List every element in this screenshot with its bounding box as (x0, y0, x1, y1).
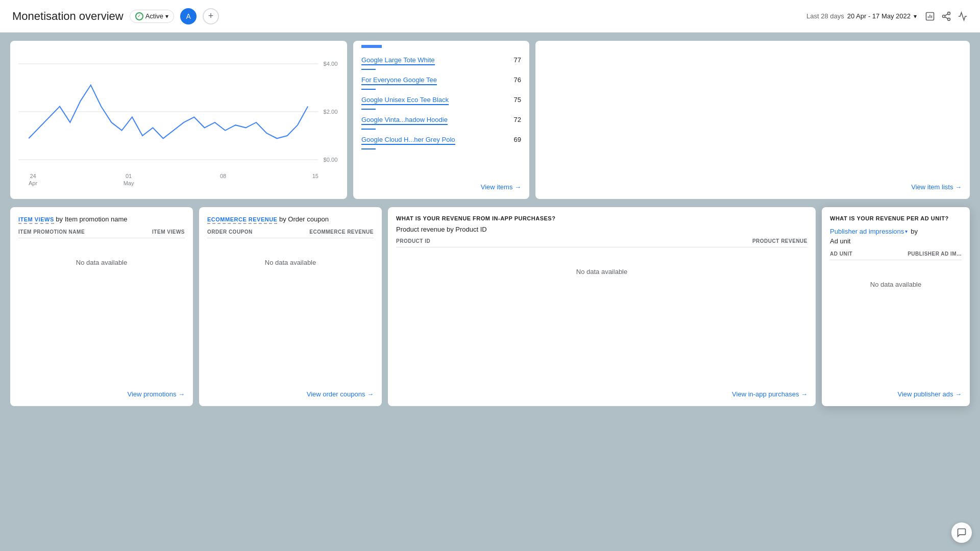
publisher-ads-panel: WHAT IS YOUR REVENUE PER AD UNIT? Publis… (822, 207, 970, 406)
feedback-button[interactable] (951, 522, 972, 543)
view-item-lists-link[interactable]: View item lists → (911, 183, 962, 191)
svg-text:$4.00: $4.00 (324, 61, 338, 67)
date-range[interactable]: Last 28 days 20 Apr - 17 May 2022 ▾ (806, 12, 917, 20)
view-items-link[interactable]: View items → (481, 183, 521, 191)
toolbar-icons (925, 11, 968, 21)
x-label-01may: 01May (124, 172, 134, 187)
col-header-promotion: ITEM PROMOTION NAME (18, 229, 85, 235)
chart-panel: $4.00 $2.00 $0.00 24Apr 01May 08 15 (10, 41, 347, 199)
top-items-panel: Google Large Tote White 77 For Everyone … (353, 41, 529, 199)
svg-point-4 (948, 12, 950, 14)
ecommerce-no-data: No data available (207, 259, 374, 266)
inapp-no-data: No data available (396, 268, 807, 276)
feedback-icon (957, 528, 967, 538)
chart-x-labels: 24Apr 01May 08 15 (18, 170, 339, 187)
share-icon[interactable] (941, 11, 951, 21)
item-value-2: 76 (506, 76, 521, 84)
line-chart: $4.00 $2.00 $0.00 (18, 53, 339, 170)
report-icon[interactable] (925, 11, 935, 21)
item-name-4: Google Vinta...hadow Hoodie (361, 116, 448, 123)
inapp-panel: WHAT IS YOUR REVENUE FROM IN-APP PURCHAS… (388, 207, 816, 406)
analytics-icon[interactable] (958, 11, 968, 21)
svg-text:$2.00: $2.00 (324, 109, 338, 115)
ecommerce-title: Ecommerce revenue by Order coupon (207, 215, 374, 223)
item-value-3: 75 (506, 96, 521, 104)
date-chevron-icon: ▾ (914, 13, 917, 20)
inapp-sub-title: Product revenue by Product ID (396, 226, 807, 233)
ecommerce-main-title[interactable]: Ecommerce revenue (207, 216, 277, 224)
ad-group-by: Ad unit (830, 237, 962, 245)
item-views-title: Item Views by Item promotion name (18, 215, 185, 223)
date-range-value: 20 Apr - 17 May 2022 (847, 12, 911, 20)
publisher-ads-no-data: No data available (830, 281, 962, 288)
col-header-ecommerce: ECOMMERCE REVENUE (309, 229, 374, 235)
ecommerce-col-headers: ORDER COUPON ECOMMERCE REVENUE (207, 229, 374, 238)
chevron-down-icon: ▾ (165, 13, 168, 20)
item-row-4: Google Vinta...hadow Hoodie 72 (361, 113, 521, 127)
items-table: Google Large Tote White 77 For Everyone … (361, 45, 521, 149)
item-views-main-title[interactable]: Item Views (18, 216, 54, 224)
item-views-no-data: No data available (18, 259, 185, 266)
metric-dropdown-arrow: ▾ (905, 229, 908, 234)
item-row-5: Google Cloud H...her Grey Polo 69 (361, 133, 521, 146)
top-bar-left: Monetisation overview Active ▾ A + (12, 8, 219, 24)
item-value-5: 69 (506, 136, 521, 143)
top-bar-right: Last 28 days 20 Apr - 17 May 2022 ▾ (806, 11, 968, 21)
svg-line-8 (945, 14, 948, 15)
chart-container: $4.00 $2.00 $0.00 (18, 53, 339, 170)
col-header-coupon: ORDER COUPON (207, 229, 253, 235)
item-value-1: 77 (506, 56, 521, 64)
publisher-ads-section-label: WHAT IS YOUR REVENUE PER AD UNIT? (830, 215, 962, 221)
col-header-ad-unit: AD UNIT (830, 251, 852, 257)
item-name-3: Google Unisex Eco Tee Black (361, 96, 449, 104)
view-inapp-link[interactable]: View in-app purchases → (732, 390, 807, 398)
svg-point-5 (943, 15, 945, 17)
inapp-section-label: WHAT IS YOUR REVENUE FROM IN-APP PURCHAS… (396, 215, 807, 221)
add-button[interactable]: + (203, 8, 219, 24)
item-row-3: Google Unisex Eco Tee Black 75 (361, 93, 521, 107)
view-coupons-link[interactable]: View order coupons → (307, 390, 374, 398)
item-row-1: Google Large Tote White 77 (361, 53, 521, 67)
col-header-product-id: PRODUCT ID (396, 238, 430, 244)
item-views-col-headers: ITEM PROMOTION NAME ITEM VIEWS (18, 229, 185, 238)
x-label-24apr: 24Apr (29, 172, 37, 187)
page-title: Monetisation overview (12, 10, 124, 23)
x-label-08: 08 (220, 172, 226, 187)
item-views-panel: Item Views by Item promotion name ITEM P… (10, 207, 193, 406)
item-name-2: For Everyone Google Tee (361, 76, 437, 84)
publisher-ads-col-headers: AD UNIT PUBLISHER AD IM... (830, 251, 962, 260)
item-value-4: 72 (506, 116, 521, 123)
status-badge[interactable]: Active ▾ (130, 10, 174, 23)
x-label-15: 15 (312, 172, 318, 187)
date-prefix-label: Last 28 days (806, 12, 844, 20)
item-lists-panel: View item lists → (535, 41, 970, 199)
col-header-item-views: ITEM VIEWS (152, 229, 185, 235)
main-content: $4.00 $2.00 $0.00 24Apr 01May 08 15 (0, 33, 980, 414)
item-name-5: Google Cloud H...her Grey Polo (361, 136, 455, 143)
check-icon (135, 12, 143, 20)
item-row-2: For Everyone Google Tee 76 (361, 73, 521, 87)
svg-text:$0.00: $0.00 (324, 157, 338, 163)
ad-metric-name[interactable]: Publisher ad impressions ▾ (830, 228, 908, 235)
col-header-publisher-ad-im: PUBLISHER AD IM... (908, 251, 962, 257)
ecommerce-panel: Ecommerce revenue by Order coupon ORDER … (199, 207, 382, 406)
top-bar: Monetisation overview Active ▾ A + Last … (0, 0, 980, 33)
avatar[interactable]: A (180, 8, 197, 24)
ad-metric-selector: Publisher ad impressions ▾ by (830, 228, 962, 235)
svg-point-6 (948, 18, 950, 20)
status-label: Active (145, 12, 163, 20)
ad-by-label: by (911, 228, 918, 235)
inapp-col-headers: PRODUCT ID PRODUCT REVENUE (396, 238, 807, 247)
col-header-product-revenue: PRODUCT REVENUE (752, 238, 807, 244)
svg-line-7 (945, 17, 948, 18)
view-promotions-link[interactable]: View promotions → (128, 390, 185, 398)
item-name-1: Google Large Tote White (361, 56, 435, 64)
view-publisher-ads-link[interactable]: View publisher ads → (898, 390, 962, 398)
top-row: $4.00 $2.00 $0.00 24Apr 01May 08 15 (10, 41, 970, 199)
bottom-row: Item Views by Item promotion name ITEM P… (10, 207, 970, 406)
